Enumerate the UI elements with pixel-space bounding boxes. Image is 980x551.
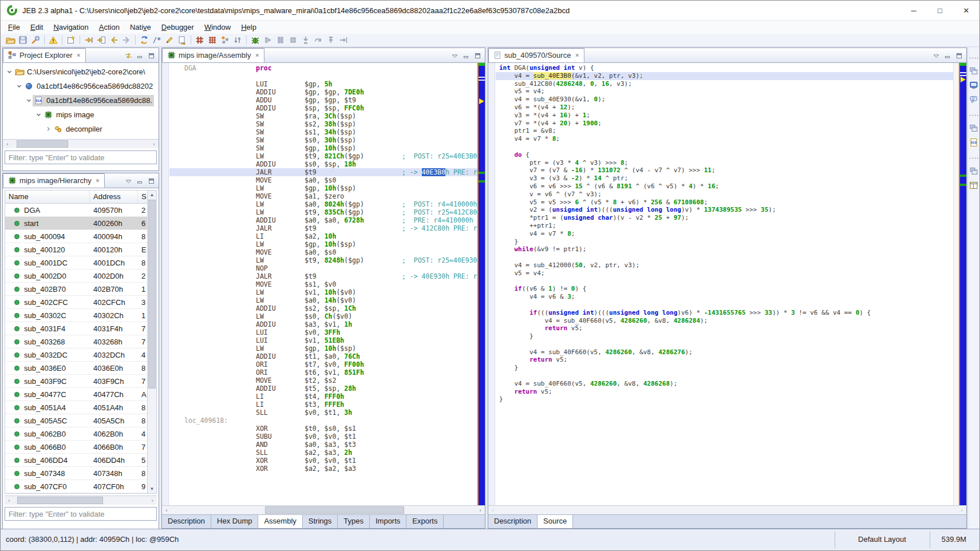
assembly-line[interactable]: LW$t9, 8248h($gp); POST: r25=40E930h xyxy=(169,256,477,264)
status-memory[interactable]: 539.9M xyxy=(930,535,978,544)
table-row[interactable]: sub_402B70402B70h1 xyxy=(5,283,147,296)
restore-view-icon[interactable] xyxy=(969,166,979,176)
restore-view-icon[interactable] xyxy=(969,66,979,76)
assembly-line[interactable]: JALR$t9; -> 412C80h PRE: r25= xyxy=(169,224,477,232)
hierarchy-hscrollbar[interactable]: ‹ › xyxy=(5,495,157,505)
close-button[interactable]: ✕ xyxy=(953,1,979,21)
source-line[interactable]: v4 = sub_40E3B0(&v1, v2, ptr, v3); xyxy=(496,72,953,80)
source-line[interactable]: int DGA(unsigned int v) { xyxy=(496,64,953,72)
dock-drag-handle[interactable] xyxy=(969,152,978,162)
assembly-line[interactable]: ADDIU$s2, $sp, 1Ch xyxy=(169,304,477,312)
minimize-view-button[interactable] xyxy=(136,52,144,59)
menu-item-file[interactable]: File xyxy=(3,22,25,33)
table-row[interactable]: sub_4031F44031F4h7 xyxy=(5,322,147,335)
table-row[interactable]: sub_4002D04002D0h2 xyxy=(5,269,147,283)
table-row[interactable]: sub_403268403268h7 xyxy=(5,335,147,348)
assembly-line[interactable]: LUI$v0, 3FFh xyxy=(169,328,477,336)
source-line[interactable]: } xyxy=(496,395,953,403)
assembly-tab-imports[interactable]: Imports xyxy=(370,515,406,528)
link-with-editor-button[interactable] xyxy=(125,52,132,59)
options-wrench-button[interactable] xyxy=(29,34,42,46)
assembly-line[interactable]: AND$a0, $a3, $t3 xyxy=(169,441,477,449)
menu-item-navigation[interactable]: Navigation xyxy=(48,22,93,33)
table-row[interactable]: DGA409570h2 xyxy=(5,204,147,217)
assembly-line[interactable]: DGAproc xyxy=(169,64,477,72)
assembly-line[interactable]: LI$a2, 10h xyxy=(169,232,477,240)
view-menu-button[interactable] xyxy=(451,52,459,59)
minimize-view-button[interactable] xyxy=(463,52,470,59)
source-line[interactable]: v4 = sub_40F660(v5, 4286260, &v8, 428627… xyxy=(496,348,953,356)
tree-item-label-box[interactable]: mips image xyxy=(42,109,96,121)
tab-assembly-document[interactable]: mips image/Assembly ✕ xyxy=(162,48,264,62)
assembly-line[interactable]: NOP xyxy=(169,264,477,272)
assembly-line[interactable]: MOVE$s1, $v0 xyxy=(169,280,477,288)
basic-blocks-grid-button[interactable] xyxy=(193,34,206,46)
source-line[interactable]: ++ptr1; xyxy=(496,222,953,230)
step-out-button[interactable] xyxy=(325,34,337,46)
hierarchy-table-header[interactable]: NameAddressS xyxy=(5,191,156,204)
step-into-button[interactable] xyxy=(299,34,312,46)
source-tab-source[interactable]: Source xyxy=(538,515,573,528)
source-line[interactable]: sub_412C80(4286248, 0, 16, v3); xyxy=(496,80,953,88)
assembly-line[interactable]: LW$gp, 10h($sp) xyxy=(169,184,477,192)
assembly-line[interactable]: LW$gp, 10h($sp) xyxy=(169,344,477,352)
source-line[interactable]: v = v6 ^ (v7 ^ v3); xyxy=(496,191,953,199)
source-line[interactable]: return v5; xyxy=(496,388,953,396)
table-row[interactable]: sub_403F9C403F9Ch7 xyxy=(5,375,147,388)
assembly-tab-description[interactable]: Description xyxy=(162,515,211,528)
assembly-line[interactable]: LW$gp, 10h($sp) xyxy=(169,240,477,248)
source-line[interactable]: ptr1 = &v8; xyxy=(496,127,953,135)
scroll-right-icon[interactable]: › xyxy=(149,140,159,148)
assembly-line[interactable]: ADDIU$s0, $sp, 18h xyxy=(169,160,477,168)
tab-hierarchy[interactable]: mips image/Hierarchy ✕ xyxy=(3,173,105,188)
assembly-line[interactable]: ADDIU$t5, $sp, 28h xyxy=(169,384,477,393)
assembly-tab-exports[interactable]: Exports xyxy=(406,515,444,528)
assembly-tab-strings[interactable]: Strings xyxy=(303,515,338,528)
tab-project-explorer[interactable]: Project Explorer ✕ xyxy=(3,48,86,62)
menu-item-action[interactable]: Action xyxy=(94,22,125,33)
scroll-left-icon[interactable]: ‹ xyxy=(162,506,171,514)
source-code-area[interactable]: int DGA(unsigned int v) { v4 = sub_40E3B… xyxy=(488,63,966,505)
table-row[interactable]: sub_4062B04062B0h4 xyxy=(5,427,147,441)
column-header-address[interactable]: Address xyxy=(90,191,138,203)
hierarchy-filter-input[interactable] xyxy=(5,507,157,521)
table-row[interactable]: sub_400094400094h8 xyxy=(5,230,147,243)
assembly-line[interactable]: XOR$v0, $v0, $t1 xyxy=(169,457,477,465)
collapse-icon[interactable] xyxy=(5,69,13,74)
scroll-right-icon[interactable]: › xyxy=(148,496,157,505)
assembly-hscrollbar[interactable]: ‹ › xyxy=(162,505,485,514)
source-line[interactable]: v5 = v4; xyxy=(496,88,953,96)
tree-item[interactable]: 0100a1cbf14e86c956cea5869dc88. xyxy=(3,93,159,108)
close-icon[interactable]: ✕ xyxy=(575,53,579,58)
collapse-icon[interactable] xyxy=(34,112,42,117)
source-line[interactable]: } xyxy=(496,364,953,372)
assembly-line[interactable]: ADDIU$a3, $v1, 1h xyxy=(169,320,477,328)
collapse-icon[interactable] xyxy=(15,84,23,89)
save-button[interactable] xyxy=(17,34,29,46)
callgraph-button[interactable] xyxy=(219,34,231,46)
scroll-right-icon[interactable]: › xyxy=(476,506,485,514)
source-line[interactable]: v3 = (v3 & -2) * 14 ^ ptr; xyxy=(496,175,953,183)
assembly-line[interactable]: ADDIU$gp, $gp, 7DE0h xyxy=(169,88,477,96)
source-hscrollbar[interactable]: ‹ › xyxy=(488,505,966,514)
maximize-view-button[interactable] xyxy=(148,177,155,184)
assembly-code-area[interactable]: DGAprocLUI$gp, 5hADDIU$gp, $gp, 7DE0hADD… xyxy=(162,63,485,505)
source-line[interactable]: v4 = v6 & 3; xyxy=(496,293,953,301)
assembly-line[interactable]: LUI$v1, 51EBh xyxy=(169,336,477,344)
menu-item-debugger[interactable]: Debugger xyxy=(156,22,199,33)
column-header-name[interactable]: Name xyxy=(5,191,90,203)
goto-in-document-button[interactable] xyxy=(95,34,108,46)
expand-icon[interactable] xyxy=(44,126,52,132)
close-icon[interactable]: ✕ xyxy=(255,53,259,58)
minimize-view-button[interactable] xyxy=(944,52,951,59)
source-tab-description[interactable]: Description xyxy=(488,515,538,528)
table-row[interactable]: sub_400120400120hE xyxy=(5,243,147,256)
assembly-line[interactable]: LUI$gp, 5h xyxy=(169,80,477,88)
menu-item-help[interactable]: Help xyxy=(236,22,262,33)
table-row[interactable]: sub_407CF0407CF0h9 xyxy=(5,480,147,493)
menu-item-window[interactable]: Window xyxy=(199,22,236,33)
scroll-down-icon[interactable]: ▼ xyxy=(148,485,156,493)
source-line[interactable]: do { xyxy=(496,151,953,159)
table-row[interactable]: sub_4032DC4032DCh4 xyxy=(5,348,147,362)
source-line[interactable]: return v5; xyxy=(496,356,953,364)
